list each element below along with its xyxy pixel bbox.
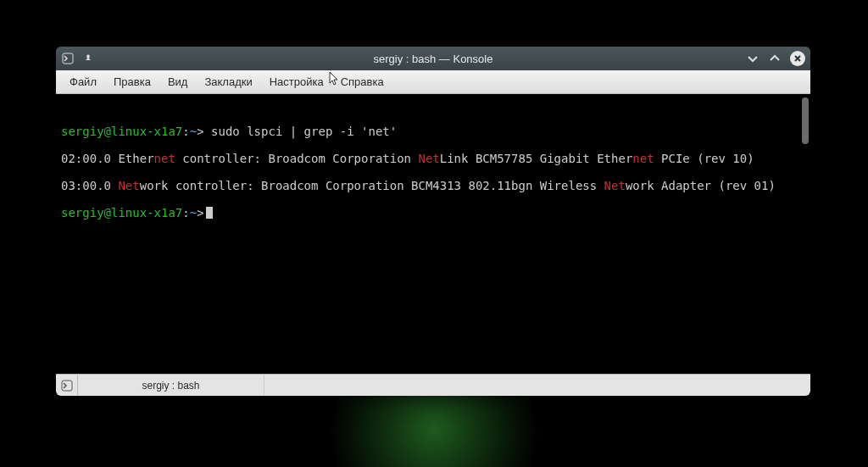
tab-label: sergiy : bash (142, 380, 199, 392)
konsole-window: sergiy : bash — Konsole Файл Правка Вид … (56, 47, 810, 396)
menu-settings[interactable]: Настройка (261, 72, 332, 92)
grep-match: Net (604, 179, 626, 192)
terminal-line-3: 03:00.0 Network controller: Broadcom Cor… (61, 179, 805, 192)
new-tab-button[interactable] (56, 375, 78, 397)
menubar: Файл Правка Вид Закладки Настройка Справ… (56, 70, 810, 94)
terminal-line-2: 02:00.0 Ethernet controller: Broadcom Co… (61, 152, 805, 165)
menu-edit[interactable]: Правка (105, 72, 159, 92)
prompt-path: ~ (190, 206, 197, 220)
maximize-button[interactable] (768, 52, 782, 65)
menu-view[interactable]: Вид (159, 72, 197, 92)
terminal-line-4: sergiy@linux-x1a7:~> (61, 206, 805, 220)
grep-match: net (632, 152, 654, 165)
tab-bar: sergiy : bash (56, 374, 810, 396)
window-title: sergiy : bash — Konsole (129, 53, 737, 65)
app-menu-icon[interactable] (61, 52, 75, 65)
menu-help[interactable]: Справка (332, 72, 392, 92)
titlebar[interactable]: sergiy : bash — Konsole (56, 47, 810, 70)
grep-match: Net (118, 179, 139, 192)
command-text: sudo lspci | grep -i 'net' (204, 125, 398, 138)
prompt-tail: > (197, 125, 203, 138)
grep-match: net (154, 152, 175, 165)
pin-icon[interactable] (81, 52, 95, 65)
menu-bookmarks[interactable]: Закладки (196, 72, 260, 92)
cursor-icon (206, 207, 213, 219)
tab-active[interactable]: sergiy : bash (78, 375, 264, 397)
prompt-path: ~ (190, 125, 197, 138)
menu-file[interactable]: Файл (61, 72, 105, 92)
grep-match: Net (418, 152, 439, 165)
minimize-button[interactable] (746, 52, 760, 65)
prompt-user: sergiy@linux-x1a7 (61, 206, 182, 220)
terminal-scrollbar[interactable] (802, 97, 809, 144)
prompt-tail: > (197, 206, 203, 220)
prompt-user: sergiy@linux-x1a7 (61, 125, 182, 138)
terminal-area[interactable]: sergiy@linux-x1a7:~> sudo lspci | grep -… (56, 94, 810, 374)
close-button[interactable] (790, 51, 805, 66)
terminal-line-1: sergiy@linux-x1a7:~> sudo lspci | grep -… (61, 125, 805, 138)
